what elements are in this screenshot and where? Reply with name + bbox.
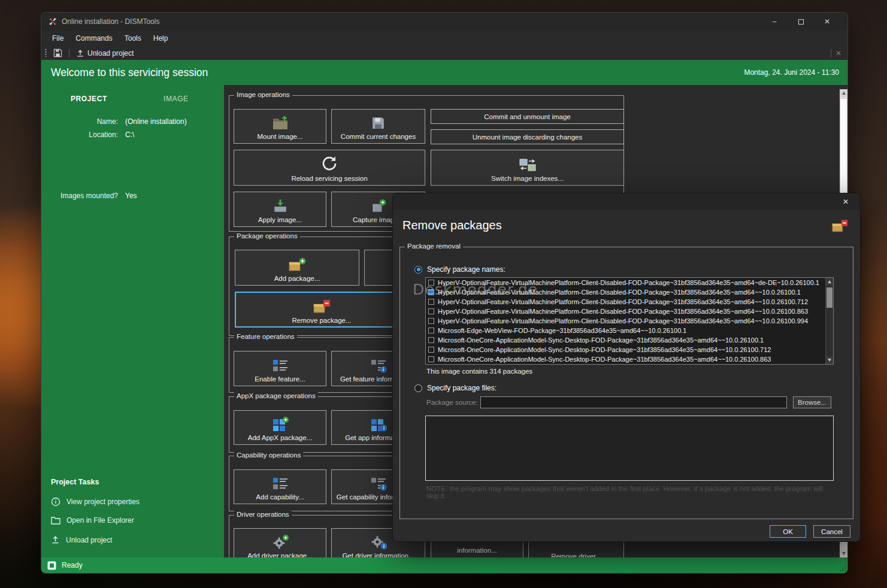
list-scroll-down-icon[interactable] xyxy=(826,356,833,364)
reload-session-button[interactable]: Reload servicing session xyxy=(234,150,425,186)
group-title-feature-operations: Feature operations xyxy=(234,333,297,340)
package-icon xyxy=(831,219,848,234)
tab-project[interactable]: PROJECT xyxy=(71,95,107,103)
toolbar-close-icon: ✕ xyxy=(835,49,841,57)
cancel-button[interactable]: Cancel xyxy=(813,525,850,538)
commit-changes-button[interactable]: Commit current changes xyxy=(331,109,425,144)
package-list-item[interactable]: HyperV-OptionalFeature-VirtualMachinePla… xyxy=(426,278,833,287)
titlebar[interactable]: Online installation - DISMTools – ✕ xyxy=(41,13,847,31)
package-checkbox[interactable] xyxy=(428,347,434,353)
add-driver-icon xyxy=(272,534,289,550)
dialog-close-button[interactable]: ✕ xyxy=(837,196,854,208)
package-list-item[interactable]: Microsoft-OneCore-ApplicationModel-Sync-… xyxy=(426,345,833,354)
minimize-button[interactable]: – xyxy=(761,13,788,31)
project-name-value: (Online installation) xyxy=(125,117,187,126)
capability-info-icon xyxy=(370,477,387,491)
unload-icon xyxy=(76,49,84,57)
package-list-item[interactable]: Microsoft-OneCore-ApplicationModel-Sync-… xyxy=(426,354,833,364)
close-icon: ✕ xyxy=(824,17,830,26)
package-list-scrollbar[interactable] xyxy=(825,278,833,364)
session-banner: Welcome to this servicing session Montag… xyxy=(41,60,847,85)
enable-feature-button[interactable]: Enable feature... xyxy=(234,351,326,386)
package-list-item[interactable]: Microsoft-Edge-WebView-FOD-Package~31bf3… xyxy=(426,326,833,335)
package-source-input[interactable] xyxy=(480,396,787,408)
status-text: Ready xyxy=(62,561,83,569)
package-list-item[interactable]: HyperV-OptionalFeature-VirtualMachinePla… xyxy=(426,316,833,326)
group-title-image-operations: Image operations xyxy=(234,91,292,98)
unmount-discard-button[interactable]: Unmount image discarding changes xyxy=(431,129,624,144)
package-checkbox[interactable] xyxy=(428,289,434,295)
save-icon xyxy=(53,49,62,57)
scroll-down-icon[interactable] xyxy=(840,550,847,557)
menu-help[interactable]: Help xyxy=(147,32,174,45)
mount-image-icon xyxy=(272,116,289,131)
capture-image-icon xyxy=(371,198,386,214)
resize-grip-handle[interactable] xyxy=(838,564,846,572)
maximize-button[interactable] xyxy=(788,13,814,31)
toolbar-separator xyxy=(69,49,69,57)
switch-indexes-icon xyxy=(519,157,537,172)
remove-package-button[interactable]: Remove package... xyxy=(235,292,408,328)
add-package-button[interactable]: Add package... xyxy=(235,250,359,286)
menu-commands[interactable]: Commands xyxy=(69,32,118,45)
task-view-project-properties[interactable]: View project properties xyxy=(51,497,140,507)
package-files-box[interactable] xyxy=(425,416,834,481)
list-scrollbar-thumb[interactable] xyxy=(827,287,832,308)
radio-names-icon[interactable] xyxy=(414,266,422,274)
package-checkbox[interactable] xyxy=(428,318,434,324)
menu-tools[interactable]: Tools xyxy=(119,32,147,45)
package-list-item[interactable]: Microsoft-OneCore-ApplicationModel-Sync-… xyxy=(426,335,833,345)
task-open-file-explorer[interactable]: Open in File Explorer xyxy=(51,516,134,525)
scroll-up-icon[interactable] xyxy=(840,89,847,97)
window-controls: – ✕ xyxy=(761,13,840,31)
driver-info-icon xyxy=(370,534,387,550)
dialog-titlebar[interactable]: ✕ xyxy=(393,193,860,210)
menu-file[interactable]: File xyxy=(46,32,69,45)
banner-datetime: Montag, 24. Juni 2024 - 11:30 xyxy=(744,60,839,85)
apply-image-button[interactable]: Apply image... xyxy=(234,192,326,227)
package-checkbox[interactable] xyxy=(428,299,434,305)
package-list-item[interactable]: HyperV-OptionalFeature-VirtualMachinePla… xyxy=(426,287,833,297)
commit-unmount-button[interactable]: Commit and unmount image xyxy=(431,109,624,124)
package-checkbox[interactable] xyxy=(428,337,434,343)
feature-info-icon xyxy=(370,359,387,373)
maximize-icon xyxy=(798,19,804,25)
add-appx-icon xyxy=(272,416,289,432)
tab-image[interactable]: IMAGE xyxy=(164,95,189,103)
package-checkbox[interactable] xyxy=(428,308,434,314)
close-button[interactable]: ✕ xyxy=(814,13,840,31)
save-button[interactable] xyxy=(51,48,65,58)
add-package-icon xyxy=(288,257,306,272)
radio-files-icon[interactable] xyxy=(414,384,422,392)
task-unload-project[interactable]: Unload project xyxy=(51,535,112,544)
group-title-capability-operations: Capability operations xyxy=(234,451,303,459)
status-app-icon xyxy=(47,561,56,570)
toolbar: Unload project ✕ xyxy=(41,46,847,60)
package-list-item[interactable]: HyperV-OptionalFeature-VirtualMachinePla… xyxy=(426,307,833,316)
package-list-item[interactable]: HyperV-OptionalFeature-VirtualMachinePla… xyxy=(426,297,833,307)
radio-specify-package-files[interactable]: Specify package files: xyxy=(414,384,497,392)
add-driver-package-button[interactable]: Add driver package... xyxy=(234,528,326,557)
mount-image-button[interactable]: Mount image... xyxy=(234,109,326,144)
package-removal-group: Package removal Specify package names: H… xyxy=(399,247,853,519)
app-info-icon xyxy=(370,416,387,432)
package-checkbox[interactable] xyxy=(428,280,434,286)
package-checkbox[interactable] xyxy=(428,356,434,362)
browse-button[interactable]: Browse... xyxy=(793,396,831,408)
dialog-title: Remove packages xyxy=(402,219,502,232)
ok-button[interactable]: OK xyxy=(770,525,806,538)
toolbar-separator-right xyxy=(831,49,831,57)
menubar: File Commands Tools Help xyxy=(41,31,847,46)
package-checkbox[interactable] xyxy=(428,328,434,334)
package-list[interactable]: HyperV-OptionalFeature-VirtualMachinePla… xyxy=(425,277,834,365)
toolbar-grip-handle[interactable] xyxy=(45,49,47,57)
switch-indexes-button[interactable]: Switch image indexes... xyxy=(431,150,624,186)
images-mounted-row: Images mounted?Yes xyxy=(41,192,224,200)
banner-title: Welcome to this servicing session xyxy=(51,66,208,79)
add-capability-button[interactable]: Add capability... xyxy=(234,469,326,504)
enable-feature-icon xyxy=(272,359,289,373)
list-scroll-up-icon[interactable] xyxy=(826,278,833,286)
radio-specify-package-names[interactable]: Specify package names: xyxy=(414,265,505,274)
add-appx-package-button[interactable]: Add AppX package... xyxy=(234,410,326,445)
unload-project-button[interactable]: Unload project xyxy=(74,49,136,58)
